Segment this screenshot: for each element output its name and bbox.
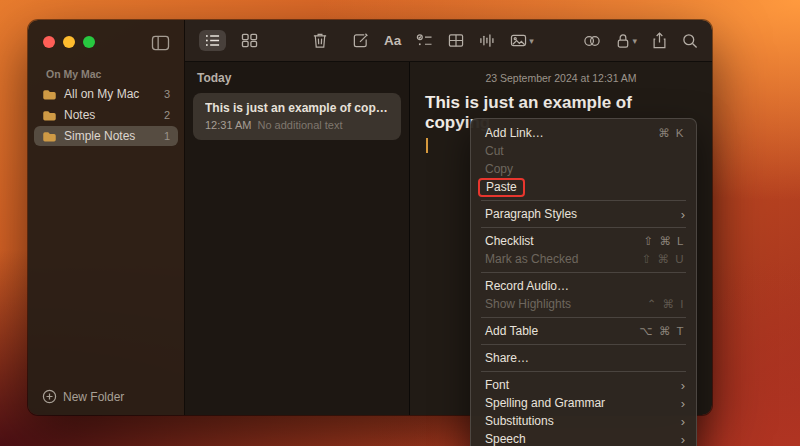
menu-item-label: Checklist xyxy=(485,234,534,248)
plus-circle-icon xyxy=(42,389,57,404)
menu-item-label: Record Audio… xyxy=(485,279,569,293)
folder-count: 3 xyxy=(164,88,170,100)
menu-item-add-link[interactable]: Add Link… ⌘ K xyxy=(471,124,696,142)
chevron-down-icon: ▾ xyxy=(529,36,534,46)
minimize-button[interactable] xyxy=(63,36,75,48)
menu-item-copy: Copy xyxy=(471,160,696,178)
menu-item-mark-as-checked: Mark as Checked ⇧ ⌘ U xyxy=(471,250,696,268)
menu-item-checklist[interactable]: Checklist ⇧ ⌘ L xyxy=(471,232,696,250)
menu-item-paste[interactable]: Paste xyxy=(471,178,696,196)
menu-separator xyxy=(481,371,686,372)
folder-icon xyxy=(42,88,57,101)
toolbar: Aa xyxy=(185,20,712,62)
notes-group-title: Today xyxy=(185,62,409,91)
menu-separator xyxy=(481,272,686,273)
sidebar: On My Mac All on My Mac 3 Notes 2 Simple… xyxy=(28,20,185,415)
desktop-wallpaper: On My Mac All on My Mac 3 Notes 2 Simple… xyxy=(0,0,800,446)
sidebar-section-title: On My Mac xyxy=(46,68,184,80)
menu-item-font[interactable]: Font xyxy=(471,376,696,394)
menu-item-show-highlights: Show Highlights ⌃ ⌘ I xyxy=(471,295,696,313)
folder-label: Simple Notes xyxy=(64,129,135,143)
note-item-time: 12:31 AM xyxy=(205,119,251,131)
note-timestamp: 23 September 2024 at 12:31 AM xyxy=(410,62,712,84)
share-icon[interactable] xyxy=(652,32,667,49)
menu-item-shortcut: ⇧ ⌘ U xyxy=(642,252,685,266)
zoom-button[interactable] xyxy=(83,36,95,48)
folder-label: All on My Mac xyxy=(64,87,139,101)
folder-icon xyxy=(42,130,57,143)
menu-item-label: Paste xyxy=(486,180,517,194)
menu-separator xyxy=(481,200,686,201)
note-item-preview: No additional text xyxy=(257,119,342,131)
insert-link-icon[interactable] xyxy=(583,34,601,48)
menu-item-label: Substitutions xyxy=(485,414,554,428)
menu-item-record-audio[interactable]: Record Audio… xyxy=(471,277,696,295)
submenu-chevron-icon xyxy=(681,379,685,392)
menu-separator xyxy=(481,317,686,318)
note-list-item[interactable]: This is just an example of copy… 12:31 A… xyxy=(193,93,401,140)
menu-item-label: Copy xyxy=(485,162,513,176)
format-group: Aa xyxy=(352,32,534,49)
actions-group: ▾ xyxy=(583,32,698,49)
submenu-chevron-icon xyxy=(681,415,685,428)
menu-item-shortcut: ⌘ K xyxy=(658,126,685,140)
folder-count: 1 xyxy=(164,130,170,142)
list-view-icon[interactable] xyxy=(199,30,226,51)
sidebar-item-simple-notes[interactable]: Simple Notes 1 xyxy=(34,126,178,146)
menu-item-add-table[interactable]: Add Table ⌥ ⌘ T xyxy=(471,322,696,340)
submenu-chevron-icon xyxy=(681,208,685,221)
menu-item-substitutions[interactable]: Substitutions xyxy=(471,412,696,430)
context-menu: Add Link… ⌘ K Cut Copy Paste Paragraph S… xyxy=(470,118,697,446)
text-cursor xyxy=(426,138,428,153)
folder-icon xyxy=(42,109,57,122)
menu-item-label: Speech xyxy=(485,432,526,446)
view-toggle-group xyxy=(199,30,258,51)
menu-item-label: Add Link… xyxy=(485,126,544,140)
folder-count: 2 xyxy=(164,109,170,121)
search-icon[interactable] xyxy=(682,33,698,49)
menu-item-cut: Cut xyxy=(471,142,696,160)
table-icon[interactable] xyxy=(448,33,464,48)
gallery-view-icon[interactable] xyxy=(241,33,258,48)
sidebar-toggle-icon[interactable] xyxy=(151,35,170,51)
menu-item-label: Mark as Checked xyxy=(485,252,578,266)
media-icon[interactable]: ▾ xyxy=(510,33,534,48)
chevron-down-icon: ▾ xyxy=(632,36,637,46)
new-folder-button[interactable]: New Folder xyxy=(42,389,124,404)
submenu-chevron-icon xyxy=(681,433,685,446)
annotation-red-box: Paste xyxy=(478,178,525,197)
notes-list: Today This is just an example of copy… 1… xyxy=(185,62,410,415)
menu-item-paragraph-styles[interactable]: Paragraph Styles xyxy=(471,205,696,223)
format-icon[interactable]: Aa xyxy=(384,33,401,48)
submenu-chevron-icon xyxy=(681,397,685,410)
trash-icon[interactable] xyxy=(312,32,328,49)
checklist-icon[interactable] xyxy=(416,33,433,48)
menu-item-label: Paragraph Styles xyxy=(485,207,577,221)
new-folder-label: New Folder xyxy=(63,390,124,404)
menu-item-label: Share… xyxy=(485,351,529,365)
menu-item-label: Cut xyxy=(485,144,504,158)
sidebar-item-notes[interactable]: Notes 2 xyxy=(34,105,178,125)
folder-label: Notes xyxy=(64,108,95,122)
lock-icon[interactable]: ▾ xyxy=(616,33,637,49)
menu-item-label: Font xyxy=(485,378,509,392)
compose-icon[interactable] xyxy=(352,32,369,49)
sidebar-item-all-on-my-mac[interactable]: All on My Mac 3 xyxy=(34,84,178,104)
menu-item-shortcut: ⌃ ⌘ I xyxy=(647,297,685,311)
menu-item-speech[interactable]: Speech xyxy=(471,430,696,446)
menu-item-spelling-and-grammar[interactable]: Spelling and Grammar xyxy=(471,394,696,412)
menu-item-shortcut: ⇧ ⌘ L xyxy=(644,234,685,248)
note-item-title: This is just an example of copy… xyxy=(205,101,389,115)
close-button[interactable] xyxy=(43,36,55,48)
menu-item-shortcut: ⌥ ⌘ T xyxy=(640,324,685,338)
record-audio-icon[interactable] xyxy=(479,33,495,48)
menu-item-label: Spelling and Grammar xyxy=(485,396,605,410)
menu-item-share[interactable]: Share… xyxy=(471,349,696,367)
menu-separator xyxy=(481,227,686,228)
menu-separator xyxy=(481,344,686,345)
menu-item-label: Show Highlights xyxy=(485,297,571,311)
delete-group xyxy=(312,32,328,49)
menu-item-label: Add Table xyxy=(485,324,538,338)
